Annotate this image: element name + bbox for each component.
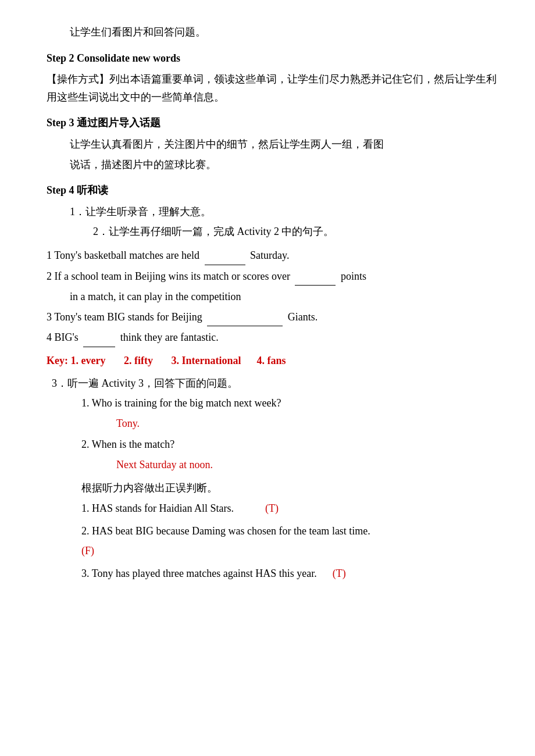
- sentence-3-after: Giants.: [288, 311, 318, 323]
- sentence-1-before: Tony's basketball matches are held: [54, 249, 202, 261]
- sentence-4-before: BIG's: [55, 331, 81, 343]
- step3-section: Step 3 通过图片导入话题 让学生认真看图片，关注图片中的细节，然后让学生两…: [47, 114, 500, 173]
- q2-text: When is the match?: [92, 438, 174, 450]
- tf2-result: (F): [81, 542, 500, 560]
- step4-item3: 3．听一遍 Activity 3，回答下面的问题。: [47, 375, 500, 393]
- q2-num: 2.: [81, 438, 92, 450]
- sentence-1-after: Saturday.: [250, 249, 289, 261]
- sentence-1: 1 Tony's basketball matches are held Sat…: [47, 247, 500, 265]
- item3-indent: [47, 377, 52, 389]
- step2-instruction: 【操作方式】列出本语篇重要单词，领读这些单词，让学生们尽力熟悉并记住它们，然后让…: [47, 70, 500, 106]
- key-label: Key:: [47, 355, 70, 366]
- tf3-num: 3.: [81, 568, 92, 579]
- step4-section: Step 4 听和读 1．让学生听录音，理解大意。 2．让学生再仔细听一篇，完成…: [47, 181, 500, 582]
- tf3-result: (T): [333, 568, 346, 579]
- tf2-text: HAS beat BIG because Daming was chosen f…: [92, 525, 370, 537]
- step3-line1: 让学生认真看图片，关注图片中的细节，然后让学生两人一组，看图: [47, 135, 500, 154]
- key-item-3-word: International: [181, 355, 241, 366]
- key-item-1-num: 1.: [70, 355, 81, 366]
- fill-in-sentences: 1 Tony's basketball matches are held Sat…: [47, 247, 500, 347]
- questions-section: 1. Who is training for the big match nex…: [47, 394, 500, 473]
- sentence-3: 3 Tony's team BIG stands for Beijing Gia…: [47, 308, 500, 327]
- step4-item1: 1．让学生听录音，理解大意。: [70, 203, 500, 221]
- tf-item-3: 3. Tony has played three matches against…: [81, 565, 500, 583]
- sentence-4: 4 BIG's think they are fantastic.: [47, 329, 500, 347]
- q1-text: Who is training for the big match next w…: [92, 397, 281, 409]
- key-item-2-num: 2.: [124, 355, 134, 366]
- tf-item-2: 2. HAS beat BIG because Daming was chose…: [81, 522, 500, 560]
- key-item-2-word: fifty: [134, 355, 153, 366]
- step4-item2: 2．让学生再仔细听一篇，完成 Activity 2 中的句子。: [70, 223, 500, 241]
- step2-heading: Step 2 Consolidate new words: [47, 49, 500, 67]
- key-line: Key: 1. every 2. fifty 3. International …: [47, 352, 500, 370]
- blank-3: [207, 308, 283, 327]
- key-item-4-num: 4.: [256, 355, 267, 366]
- key-item-4-word: fans: [267, 355, 286, 366]
- sentence-2-before: If a school team in Beijing wins its mat…: [55, 270, 293, 282]
- blank-2: [295, 268, 336, 286]
- sentence-2-after: points: [341, 270, 366, 282]
- step2-section: Step 2 Consolidate new words 【操作方式】列出本语篇…: [47, 49, 500, 106]
- step3-heading: Step 3 通过图片导入话题: [47, 114, 500, 132]
- tf-item-1: 1. HAS stands for Haidian All Stars. (T): [81, 500, 500, 518]
- tf1-result: (T): [265, 502, 279, 514]
- tf-items: 1. HAS stands for Haidian All Stars. (T)…: [47, 500, 500, 582]
- step3-line2: 说话，描述图片中的篮球比赛。: [47, 156, 500, 174]
- tf1-num: 1.: [81, 502, 92, 514]
- tf2-num: 2.: [81, 525, 92, 537]
- step4-items: 1．让学生听录音，理解大意。 2．让学生再仔细听一篇，完成 Activity 2…: [47, 203, 500, 241]
- tf3-text: Tony has played three matches against HA…: [92, 568, 317, 579]
- sentence-3-num: 3: [47, 311, 52, 323]
- sentence-3-before: Tony's team BIG stands for Beijing: [54, 311, 205, 323]
- question-2-text: 2. When is the match?: [81, 436, 500, 454]
- answer-1: Tony.: [81, 415, 500, 433]
- intro-line: 让学生们看图片和回答问题。: [47, 23, 500, 41]
- tf1-text: HAS stands for Haidian All Stars.: [92, 502, 234, 514]
- sentence-2-num: 2: [47, 270, 52, 282]
- q1-num: 1.: [81, 397, 92, 409]
- key-item-1-word: every: [81, 355, 105, 366]
- question-2: 2. When is the match? Next Saturday at n…: [81, 436, 500, 473]
- answer-2: Next Saturday at noon.: [81, 456, 500, 474]
- sentence-2: 2 If a school team in Beijing wins its m…: [47, 268, 500, 286]
- sentence-2-cont: in a match, it can play in the competiti…: [47, 288, 500, 306]
- tf-intro: 根据听力内容做出正误判断。: [47, 479, 500, 497]
- question-1-text: 1. Who is training for the big match nex…: [81, 394, 500, 412]
- sentence-1-num: 1: [47, 249, 52, 261]
- sentence-4-after: think they are fantastic.: [120, 331, 219, 343]
- question-1: 1. Who is training for the big match nex…: [81, 394, 500, 432]
- blank-4: [83, 329, 115, 347]
- key-item-3-num: 3.: [171, 355, 181, 366]
- true-false-section: 根据听力内容做出正误判断。 1. HAS stands for Haidian …: [47, 479, 500, 582]
- sentence-4-num: 4: [47, 331, 52, 343]
- blank-1: [205, 247, 245, 265]
- step4-heading: Step 4 听和读: [47, 181, 500, 199]
